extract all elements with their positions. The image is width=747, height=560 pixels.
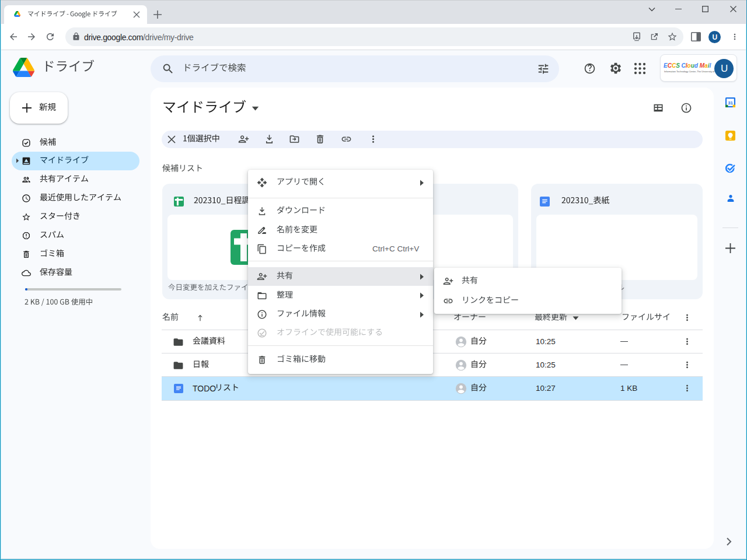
svg-text:31: 31 (728, 100, 733, 106)
